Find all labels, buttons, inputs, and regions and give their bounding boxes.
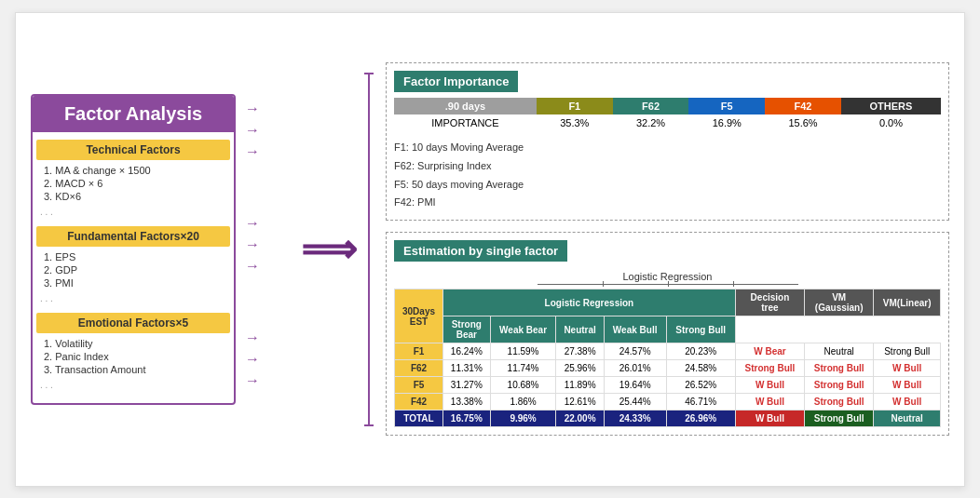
logistic-line <box>538 284 798 285</box>
est-f5-dt: W Bull <box>735 377 804 394</box>
legend-f62: F62: Surprising Index <box>394 157 941 176</box>
emo-item-2: 2. Panic Index <box>44 350 226 363</box>
legend-f1: F1: 10 days Moving Average <box>394 139 941 157</box>
est-f1-v3: 27.38% <box>556 343 604 360</box>
tech-arrow-3: → <box>245 143 296 160</box>
est-f5-v2: 10.68% <box>490 377 556 394</box>
panel-title: Factor Analysis <box>33 96 234 132</box>
est-logistic-hdr: Logistic Regression <box>442 289 735 316</box>
fund-arrow-2: → <box>245 236 296 253</box>
est-f1-v1: 16.24% <box>442 343 490 360</box>
fundamental-factors-items: 1. EPS 2. GDP 3. PMI <box>33 249 234 291</box>
est-f62-vml: W Bull <box>874 360 941 377</box>
tech-item-1: 1. MA & change × 1500 <box>44 164 226 177</box>
emo-arrow-1: → <box>245 330 296 346</box>
emo-dots: . . . <box>33 378 234 392</box>
tech-item-2: 2. MACD × 6 <box>44 177 226 190</box>
imp-col-others: OTHERS <box>841 98 941 114</box>
imp-col-f42: F42 <box>765 98 841 114</box>
est-vml-hdr: VM(Linear) <box>874 289 941 316</box>
est-f5-label: F5 <box>395 377 443 394</box>
est-vmg-hdr: VM(Gaussian) <box>805 289 874 316</box>
legend-f5: F5: 50 days moving Average <box>394 176 941 195</box>
est-f1-v5: 20.23% <box>666 343 735 360</box>
est-f1-label: F1 <box>395 343 443 360</box>
est-f62-label: F62 <box>395 360 443 377</box>
technical-factors-items: 1. MA & change × 1500 2. MACD × 6 3. KD×… <box>33 162 234 205</box>
est-f42-dt: W Bull <box>735 394 804 411</box>
left-panel: Factor Analysis Technical Factors 1. MA … <box>31 94 236 405</box>
imp-row-label: IMPORTANCE <box>394 114 537 131</box>
imp-col-f62: F62 <box>613 98 689 114</box>
fund-arrow-1: → <box>245 215 296 232</box>
est-f42-label: F42 <box>395 394 443 411</box>
imp-col-f5: F5 <box>688 98 765 114</box>
est-total-v3: 22.00% <box>556 411 604 427</box>
est-f1-vmg: Neutral <box>805 343 874 360</box>
branch-2 <box>668 281 669 287</box>
emo-item-3: 3. Transaction Amount <box>44 363 226 376</box>
est-f5-v1: 31.27% <box>442 377 490 394</box>
fund-arrow-3: → <box>245 258 296 275</box>
imp-val-f5: 16.9% <box>688 114 765 131</box>
est-f1-v2: 11.59% <box>490 343 556 360</box>
emo-arrows: → → → <box>245 330 296 389</box>
bracket-line <box>368 74 370 424</box>
est-f5-vmg: Strong Bull <box>805 377 874 394</box>
est-f42-vml: W Bull <box>874 394 941 411</box>
est-f42-vmg: Strong Bull <box>805 394 874 411</box>
tech-item-3: 3. KD×6 <box>44 190 226 203</box>
est-total-dt: W Bull <box>735 411 804 427</box>
fund-item-2: 2. GDP <box>44 263 226 276</box>
big-arrow-container: ⟹ <box>306 73 352 426</box>
est-row-f1: F1 16.24% 11.59% 27.38% 24.57% 20.23% W … <box>395 343 941 360</box>
est-total-v5: 26.96% <box>666 411 735 427</box>
est-f5-v5: 26.52% <box>666 377 735 394</box>
est-weak-bear-hdr: Weak Bear <box>490 316 556 343</box>
bracket-bottom <box>364 424 374 426</box>
fund-item-1: 1. EPS <box>44 250 226 263</box>
emo-arrow-3: → <box>245 372 296 389</box>
est-f5-v4: 19.64% <box>604 377 666 394</box>
est-total-vmg: Strong Bull <box>805 411 874 427</box>
est-f5-v3: 11.89% <box>556 377 604 394</box>
est-total-vml: Neutral <box>874 411 941 427</box>
est-f42-v4: 25.44% <box>604 394 666 411</box>
est-f62-v4: 26.01% <box>604 360 666 377</box>
tech-arrow-1: → <box>245 101 296 117</box>
est-total-v4: 24.33% <box>604 411 666 427</box>
imp-col-90days: .90 days <box>394 98 537 114</box>
tech-arrows: → → → <box>245 101 296 160</box>
tech-dots: . . . <box>33 205 234 219</box>
est-f62-v1: 11.31% <box>442 360 490 377</box>
importance-legend: F1: 10 days Moving Average F62: Surprisi… <box>394 139 941 212</box>
right-panel: Factor Importance .90 days F1 F62 F5 F42… <box>386 62 949 436</box>
factor-importance-header: Factor Importance <box>394 71 518 92</box>
estimation-header: Estimation by single factor <box>394 240 567 262</box>
factor-importance-section: Factor Importance .90 days F1 F62 F5 F42… <box>386 62 949 221</box>
est-f42-v1: 13.38% <box>442 394 490 411</box>
branch-3 <box>733 281 734 287</box>
emotional-factors-section: Emotional Factors×5 1. Volatility 2. Pan… <box>33 313 234 392</box>
left-arrows: → → → → → → → → → <box>245 73 296 426</box>
est-f42-v5: 46.71% <box>666 394 735 411</box>
emotional-factors-header: Emotional Factors×5 <box>36 313 230 333</box>
emotional-factors-items: 1. Volatility 2. Panic Index 3. Transact… <box>33 335 234 378</box>
est-f1-vml: Strong Bull <box>874 343 941 360</box>
est-f1-v4: 24.57% <box>604 343 666 360</box>
imp-val-f42: 15.6% <box>765 114 841 131</box>
importance-table: .90 days F1 F62 F5 F42 OTHERS IMPORTANCE… <box>394 98 941 131</box>
est-dt-hdr: Decisiontree <box>735 289 804 316</box>
fund-arrows: → → → <box>245 215 296 275</box>
est-strong-bull-hdr: Strong Bull <box>666 316 735 343</box>
imp-val-others: 0.0% <box>841 114 941 131</box>
est-neutral-hdr: Neutral <box>556 316 604 343</box>
est-f42-v3: 12.61% <box>556 394 604 411</box>
big-arrow: ⟹ <box>301 230 357 269</box>
est-f42-v2: 1.86% <box>490 394 556 411</box>
fund-item-3: 3. PMI <box>44 276 226 289</box>
bracket-container <box>361 73 376 426</box>
technical-factors-section: Technical Factors 1. MA & change × 1500 … <box>33 140 234 219</box>
est-f62-vmg: Strong Bull <box>805 360 874 377</box>
imp-col-f1: F1 <box>537 98 613 114</box>
